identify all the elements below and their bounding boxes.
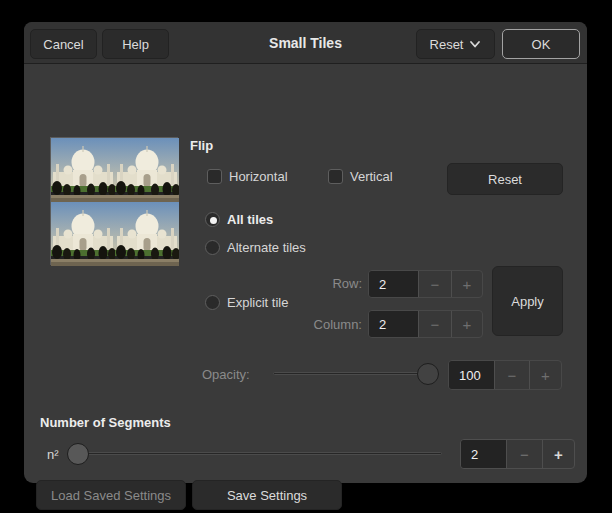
help-button[interactable]: Help [102, 29, 169, 59]
all-tiles-label: All tiles [227, 212, 273, 227]
flip-horizontal-option[interactable]: Horizontal [207, 169, 288, 184]
cancel-button[interactable]: Cancel [30, 29, 97, 59]
explicit-tile-label: Explicit tile [227, 295, 288, 310]
preview-tile [51, 202, 115, 266]
small-tiles-dialog: Cancel Help Small Tiles Reset OK Flip [24, 22, 587, 483]
row-label: Row: [294, 276, 362, 291]
save-settings-button[interactable]: Save Settings [192, 480, 342, 510]
explicit-tile-option[interactable]: Explicit tile [205, 295, 288, 310]
desktop-background: Cancel Help Small Tiles Reset OK Flip [0, 0, 612, 513]
segments-n-label: n² [47, 447, 59, 462]
column-value-field[interactable]: 2 [369, 311, 418, 337]
opacity-minus-button[interactable]: − [494, 361, 529, 389]
chevron-down-icon [469, 38, 481, 50]
alternate-tiles-label: Alternate tiles [227, 240, 306, 255]
opacity-value-field[interactable]: 100 [449, 361, 494, 389]
explicit-tile-radio[interactable] [205, 295, 220, 310]
segments-value-field[interactable]: 2 [461, 440, 506, 468]
opacity-spinner[interactable]: 100 − + [448, 360, 562, 390]
flip-reset-button[interactable]: Reset [447, 163, 563, 195]
segments-minus-button[interactable]: − [506, 440, 542, 468]
load-saved-settings-button[interactable]: Load Saved Settings [36, 480, 186, 510]
reset-dropdown-button[interactable]: Reset [416, 29, 495, 59]
row-spinner[interactable]: 2 − + [368, 270, 483, 298]
horizontal-label: Horizontal [229, 169, 288, 184]
alternate-tiles-radio[interactable] [205, 240, 220, 255]
column-minus-button[interactable]: − [418, 311, 451, 337]
flip-vertical-option[interactable]: Vertical [328, 169, 393, 184]
column-spinner[interactable]: 2 − + [368, 310, 483, 338]
all-tiles-radio[interactable] [205, 212, 220, 227]
vertical-label: Vertical [350, 169, 393, 184]
segments-plus-button[interactable]: + [542, 440, 574, 468]
titlebar[interactable]: Cancel Help Small Tiles Reset OK [24, 22, 587, 64]
horizontal-checkbox[interactable] [207, 169, 222, 184]
row-value-field[interactable]: 2 [369, 271, 418, 297]
segments-slider-track[interactable] [70, 452, 442, 455]
row-minus-button[interactable]: − [418, 271, 451, 297]
segments-slider-handle[interactable] [67, 443, 89, 465]
alternate-tiles-option[interactable]: Alternate tiles [205, 240, 306, 255]
opacity-slider-handle[interactable] [417, 363, 439, 385]
row-plus-button[interactable]: + [451, 271, 482, 297]
preview-tile [115, 202, 179, 266]
preview-tile [51, 138, 115, 202]
segments-heading: Number of Segments [40, 415, 171, 430]
opacity-slider-track[interactable] [273, 372, 427, 375]
opacity-plus-button[interactable]: + [529, 361, 561, 389]
dialog-content: Flip Horizontal Vertical Reset All tiles… [24, 65, 587, 483]
preview-image [50, 137, 178, 265]
vertical-checkbox[interactable] [328, 169, 343, 184]
segments-spinner[interactable]: 2 − + [460, 439, 575, 469]
apply-button[interactable]: Apply [492, 266, 563, 336]
all-tiles-option[interactable]: All tiles [205, 212, 273, 227]
opacity-label: Opacity: [202, 367, 250, 382]
column-plus-button[interactable]: + [451, 311, 482, 337]
flip-heading: Flip [190, 138, 213, 153]
column-label: Column: [294, 317, 362, 332]
reset-dropdown-label: Reset [430, 37, 464, 52]
ok-button[interactable]: OK [502, 29, 580, 59]
preview-tile [115, 138, 179, 202]
